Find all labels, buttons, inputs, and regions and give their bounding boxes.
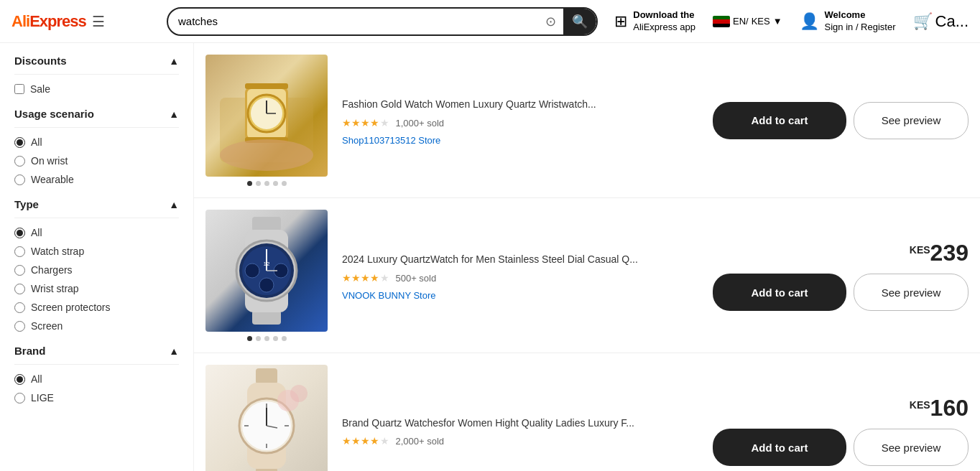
- add-to-cart-button[interactable]: Add to cart: [713, 102, 846, 139]
- svg-rect-7: [245, 83, 288, 89]
- camera-search-icon[interactable]: ⊙: [538, 14, 563, 29]
- type-all-option[interactable]: All: [14, 227, 179, 238]
- see-preview-button[interactable]: See preview: [854, 429, 969, 466]
- product-title: 2024 Luxury QuartzWatch for Men Stainles…: [342, 253, 698, 267]
- type-screen-option[interactable]: Screen: [14, 320, 179, 332]
- see-preview-button[interactable]: See preview: [854, 274, 969, 311]
- qr-download-action[interactable]: ⊞ Download the AliExpress app: [614, 9, 695, 34]
- sale-checkbox[interactable]: [14, 84, 24, 94]
- price: KES239: [910, 240, 969, 266]
- discounts-section: Discounts ▲ Sale: [14, 55, 179, 95]
- type-title[interactable]: Type ▲: [14, 198, 179, 218]
- product-actions: Add to cart See preview: [713, 429, 969, 466]
- product-rating: ★★★★★ 1,000+ sold: [342, 116, 698, 129]
- chevron-down-icon: ▼: [773, 16, 782, 27]
- stars: ★★★★★: [342, 272, 389, 284]
- add-to-cart-button[interactable]: Add to cart: [713, 429, 846, 466]
- page-layout: Discounts ▲ Sale Usage scenario ▲ All O: [0, 43, 980, 471]
- stars: ★★★★★: [342, 117, 389, 129]
- type-screen-radio[interactable]: [14, 321, 25, 332]
- product-rating: ★★★★★ 2,000+ sold: [342, 434, 698, 447]
- svg-point-17: [259, 278, 274, 292]
- type-chargers-radio[interactable]: [14, 265, 25, 276]
- type-wrist-strap-option[interactable]: Wrist strap: [14, 283, 179, 294]
- usage-on-wrist-option[interactable]: On wrist: [14, 155, 179, 167]
- type-screen-protectors-option[interactable]: Screen protectors: [14, 302, 179, 313]
- brand-lige-radio[interactable]: [14, 393, 25, 404]
- type-watch-strap-radio[interactable]: [14, 246, 25, 257]
- usage-all-option[interactable]: All: [14, 136, 179, 148]
- menu-icon[interactable]: ☰: [92, 13, 105, 30]
- product-image-wrap: [205, 55, 328, 186]
- type-watch-strap-option[interactable]: Watch strap: [14, 246, 179, 257]
- usage-scenario-title[interactable]: Usage scenario ▲: [14, 108, 179, 127]
- see-preview-button[interactable]: See preview: [854, 102, 969, 139]
- product-title: Brand Quartz Watchesfor Women Hight Qual…: [342, 416, 698, 431]
- svg-text:12: 12: [264, 261, 270, 267]
- dot-4: [273, 336, 278, 341]
- brand-title[interactable]: Brand ▲: [14, 345, 179, 364]
- image-dots: [205, 336, 328, 341]
- sold-count: 500+ sold: [395, 273, 436, 284]
- product-actions: Add to cart See preview: [713, 274, 969, 311]
- dot-1: [247, 181, 252, 186]
- dot-5: [282, 336, 287, 341]
- sold-count: 1,000+ sold: [395, 118, 444, 129]
- brand-section: Brand ▲ All LIGE: [14, 345, 179, 404]
- product-image: [205, 55, 328, 177]
- usage-wearable-option[interactable]: Wearable: [14, 174, 179, 185]
- user-account-action[interactable]: 👤 Welcome Sign in / Register: [800, 9, 896, 34]
- brand-all-option[interactable]: All: [14, 373, 179, 385]
- search-button[interactable]: 🔍: [563, 7, 596, 36]
- usage-scenario-chevron: ▲: [169, 108, 179, 120]
- type-screen-protectors-radio[interactable]: [14, 302, 25, 313]
- usage-scenario-section: Usage scenario ▲ All On wrist Wearable: [14, 108, 179, 185]
- svg-rect-10: [252, 217, 281, 231]
- product-right: KES239 Add to cart See preview: [713, 240, 969, 311]
- flag-icon: [713, 16, 730, 27]
- brand-all-radio[interactable]: [14, 374, 25, 385]
- product-item: Brand Quartz Watchesfor Women Hight Qual…: [194, 353, 980, 471]
- brand-lige-option[interactable]: LIGE: [14, 392, 179, 404]
- usage-wearable-radio[interactable]: [14, 174, 25, 185]
- sidebar: Discounts ▲ Sale Usage scenario ▲ All O: [0, 43, 194, 471]
- type-chevron: ▲: [169, 199, 179, 210]
- main-content: Fashion Gold Watch Women Luxury Quartz W…: [194, 43, 980, 471]
- usage-on-wrist-radio[interactable]: [14, 156, 25, 167]
- qr-icon: ⊞: [614, 12, 627, 31]
- cart-label: Ca...: [935, 12, 969, 31]
- type-chargers-option[interactable]: Chargers: [14, 264, 179, 276]
- svg-point-34: [290, 385, 308, 402]
- watch-illustration: 12: [205, 210, 328, 332]
- sale-checkbox-item[interactable]: Sale: [14, 83, 179, 95]
- usage-all-radio[interactable]: [14, 137, 25, 148]
- language-selector[interactable]: EN/ KES ▼: [713, 16, 782, 27]
- product-image-wrap: 12: [205, 210, 328, 341]
- header: AliExpress ☰ watches ⊙ 🔍 ⊞ Download the …: [0, 0, 980, 43]
- type-wrist-strap-radio[interactable]: [14, 284, 25, 294]
- store-link[interactable]: Shop1103713512 Store: [342, 135, 698, 146]
- product-info: Fashion Gold Watch Women Luxury Quartz W…: [342, 95, 698, 146]
- type-all-radio[interactable]: [14, 228, 25, 238]
- search-bar: watches ⊙ 🔍: [167, 7, 598, 36]
- cart-action[interactable]: 🛒 Ca...: [913, 12, 969, 31]
- user-icon: 👤: [800, 12, 819, 31]
- qr-download-text: Download the AliExpress app: [633, 9, 695, 34]
- logo[interactable]: AliExpress: [11, 12, 86, 31]
- store-link[interactable]: VNOOK BUNNY Store: [342, 290, 698, 301]
- product-info: Brand Quartz Watchesfor Women Hight Qual…: [342, 414, 698, 448]
- product-actions: Add to cart See preview: [713, 102, 969, 139]
- type-section: Type ▲ All Watch strap Chargers Wrist st…: [14, 198, 179, 332]
- watch-illustration: [205, 365, 328, 471]
- dot-3: [264, 181, 269, 186]
- search-input[interactable]: watches: [168, 15, 538, 27]
- product-image: 12: [205, 210, 328, 332]
- product-title: Fashion Gold Watch Women Luxury Quartz W…: [342, 98, 698, 112]
- account-text: Welcome Sign in / Register: [825, 9, 896, 34]
- product-item: Fashion Gold Watch Women Luxury Quartz W…: [194, 43, 980, 198]
- image-dots: [205, 181, 328, 186]
- watch-illustration: [205, 55, 328, 177]
- brand-chevron: ▲: [169, 345, 179, 357]
- add-to-cart-button[interactable]: Add to cart: [713, 274, 846, 311]
- discounts-title[interactable]: Discounts ▲: [14, 55, 179, 74]
